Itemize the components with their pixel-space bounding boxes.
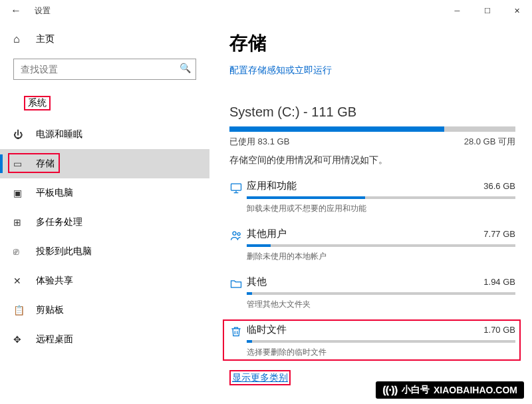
maximize-button[interactable]: ☐	[472, 0, 502, 21]
svg-rect-0	[231, 184, 241, 190]
sidebar-item-label: 存储	[36, 158, 55, 170]
sidebar-item-shared[interactable]: ✕ 体验共享	[0, 266, 209, 296]
shared-icon: ✕	[13, 276, 27, 286]
main-panel: 存储 配置存储感知或立即运行 System (C:) - 111 GB 已使用 …	[209, 21, 532, 404]
apps-icon	[229, 181, 247, 214]
sidebar-item-label: 电源和睡眠	[36, 128, 82, 140]
drive-label: System (C:) - 111 GB	[229, 104, 512, 120]
category-desc: 卸载未使用或不想要的应用和功能	[247, 203, 515, 214]
sidebar: ⌂ 主页 🔍 系统 ⏻ 电源和睡眠 ▭ 存储 ▣ 平板电脑 ⊞ 多任务处理 ⎚	[0, 21, 209, 404]
category-other[interactable]: 其他 1.94 GB 管理其他大文件夹	[229, 276, 515, 310]
clipboard-icon: 📋	[13, 305, 27, 315]
sidebar-home[interactable]: ⌂ 主页	[0, 28, 209, 51]
sidebar-home-label: 主页	[36, 33, 55, 45]
category-desc: 管理其他大文件夹	[247, 299, 515, 310]
category-desc: 删除未使用的本地帐户	[247, 251, 515, 262]
multitask-icon: ⊞	[13, 217, 27, 228]
category-bar	[247, 196, 515, 199]
sidebar-item-remote[interactable]: ✥ 远程桌面	[0, 325, 209, 354]
tablet-icon: ▣	[13, 188, 27, 198]
sidebar-item-label: 投影到此电脑	[36, 246, 92, 258]
category-temp-files[interactable]: 临时文件 1.70 GB 选择要删除的临时文件	[229, 323, 515, 358]
watermark-logo: ((·)) 小白号 XIAOBAIHAO.COM	[376, 381, 524, 399]
sidebar-item-power[interactable]: ⏻ 电源和睡眠	[0, 120, 209, 149]
category-other-users[interactable]: 其他用户 7.77 GB 删除未使用的本地帐户	[229, 228, 515, 262]
folder-icon	[229, 277, 247, 310]
back-button[interactable]: ←	[5, 5, 27, 17]
svg-point-2	[237, 233, 240, 236]
sidebar-group-label: 系统	[24, 96, 51, 110]
sidebar-item-label: 平板电脑	[36, 187, 73, 199]
sidebar-item-label: 多任务处理	[36, 216, 82, 228]
category-size: 1.70 GB	[483, 325, 515, 335]
trash-icon	[229, 325, 247, 358]
drive-used-label: 已使用 83.1 GB	[229, 136, 289, 148]
category-size: 7.77 GB	[483, 229, 515, 239]
power-icon: ⏻	[13, 129, 27, 140]
category-bar	[247, 244, 515, 247]
sidebar-item-multitask[interactable]: ⊞ 多任务处理	[0, 208, 209, 237]
sidebar-item-tablet[interactable]: ▣ 平板电脑	[0, 178, 209, 208]
sidebar-item-storage[interactable]: ▭ 存储	[0, 149, 209, 178]
category-name: 临时文件	[247, 323, 287, 336]
category-size: 1.94 GB	[483, 277, 515, 287]
category-bar	[247, 292, 515, 295]
svg-point-1	[233, 232, 236, 235]
search-box: 🔍	[13, 59, 196, 80]
search-input[interactable]	[13, 59, 196, 80]
drive-usage-row: 已使用 83.1 GB 28.0 GB 可用	[229, 136, 515, 148]
sidebar-item-projecting[interactable]: ⎚ 投影到此电脑	[0, 237, 209, 266]
category-name: 其他	[247, 276, 267, 288]
close-button[interactable]: ✕	[502, 0, 532, 21]
minimize-button[interactable]: ─	[442, 0, 472, 21]
sidebar-item-clipboard[interactable]: 📋 剪贴板	[0, 296, 209, 325]
category-name: 应用和功能	[247, 180, 297, 192]
users-icon	[229, 229, 247, 262]
sidebar-item-label: 剪贴板	[36, 304, 64, 316]
drive-usage-fill	[229, 126, 444, 132]
remote-icon: ✥	[13, 334, 27, 345]
category-size: 36.6 GB	[483, 181, 515, 191]
storage-icon: ▭	[13, 158, 27, 169]
show-more-link[interactable]: 显示更多类别	[232, 372, 288, 383]
storage-sense-link[interactable]: 配置存储感知或立即运行	[229, 65, 332, 75]
category-apps[interactable]: 应用和功能 36.6 GB 卸载未使用或不想要的应用和功能	[229, 180, 515, 214]
drive-free-label: 28.0 GB 可用	[464, 136, 515, 148]
home-icon: ⌂	[13, 33, 27, 45]
window-title: 设置	[35, 5, 51, 17]
watermark-domain: XIAOBAIHAO.COM	[434, 385, 517, 395]
search-icon: 🔍	[180, 63, 191, 73]
category-name: 其他用户	[247, 228, 287, 240]
category-desc: 选择要删除的临时文件	[247, 347, 515, 358]
page-title: 存储	[229, 31, 512, 56]
watermark-brand: 小白号	[402, 384, 430, 396]
sidebar-item-label: 远程桌面	[36, 333, 73, 345]
projecting-icon: ⎚	[13, 246, 27, 257]
window-controls: ─ ☐ ✕	[442, 0, 532, 21]
usage-description: 存储空间的使用情况和可用情况如下。	[229, 154, 512, 166]
category-bar	[247, 340, 515, 343]
sidebar-item-label: 体验共享	[36, 275, 73, 287]
drive-usage-bar	[229, 126, 515, 132]
